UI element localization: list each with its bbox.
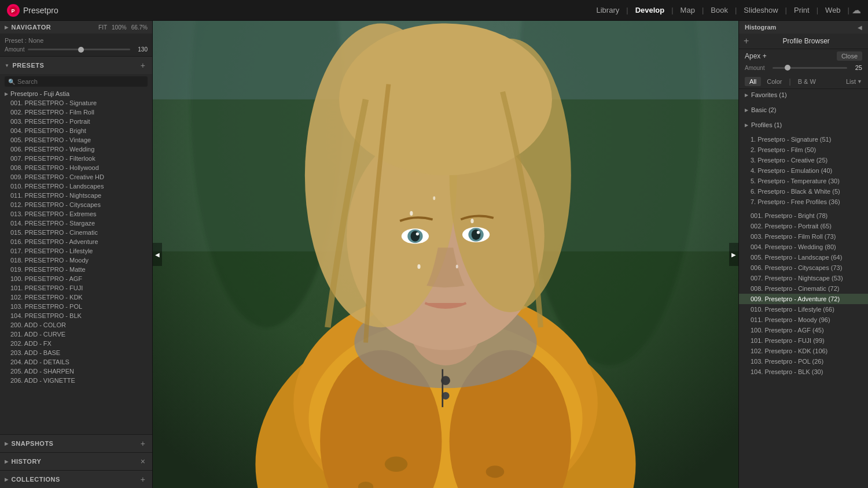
collections-header[interactable]: ▶ Collections + [0,471,152,488]
list-view-button[interactable]: List [846,78,856,85]
prev-image-button[interactable]: ◀ [153,243,162,266]
list-item[interactable]: 6. Presetpro - Black & White (5) [739,186,868,197]
snapshots-add-button[interactable]: + [138,438,148,449]
list-item[interactable]: 007. Presetpro - Nightscape (53) [739,273,868,283]
list-item[interactable]: 016. PRESETPRO - Adventure [0,237,152,246]
add-profile-row: + Profile Browser [739,34,868,49]
list-item[interactable]: 006. PRESETPRO - Wedding [0,145,152,154]
nav-print[interactable]: Print [789,3,814,17]
list-item[interactable]: 001. Presetpro - Bright (78) [739,210,868,221]
list-item[interactable]: 100. Presetpro - AGF (45) [739,325,868,335]
list-item[interactable]: 002. Presetpro - Portrait (65) [739,221,868,231]
profile-group-profiles[interactable]: ▶ Profiles (1) [739,119,868,131]
list-item[interactable]: 010. PRESETPRO - Landscapes [0,182,152,191]
list-item[interactable]: 003. Presetpro - Film Roll (73) [739,231,868,242]
nav-develop[interactable]: Develop [631,3,670,17]
list-item[interactable]: 103. Presetpro - POL (26) [739,356,868,367]
list-item[interactable]: 102. PRESETPRO - KDK [0,293,152,302]
navigator-section: ▶ Navigator FIT 100% 66.7% Preset : None… [0,21,152,57]
nav-map[interactable]: Map [676,3,700,17]
tab-all[interactable]: All [745,77,761,86]
history-close-button[interactable]: × [138,456,148,467]
list-item[interactable]: 103. PRESETPRO - POL [0,302,152,311]
app-logo: P Presetpro [7,4,58,17]
navigator-header[interactable]: ▶ Navigator FIT 100% 66.7% [0,21,152,34]
list-item[interactable]: 010. Presetpro - Lifestyle (66) [739,304,868,315]
nav-slideshow[interactable]: Slideshow [739,3,782,17]
list-item[interactable]: 7. Presetpro - Free Profiles (36) [739,197,868,207]
list-item[interactable]: 205. ADD - SHARPEN [0,367,152,376]
list-item[interactable]: 1. Presetpro - Signature (51) [739,134,868,145]
logo-text: Presetpro [23,6,58,15]
list-item[interactable]: 2. Presetpro - Film (50) [739,145,868,155]
collections-add-button[interactable]: + [138,474,148,485]
list-item[interactable]: 206. ADD - VIGNETTE [0,376,152,385]
list-item[interactable]: 005. PRESETPRO - Vintage [0,135,152,145]
next-image-button[interactable]: ▶ [729,243,738,266]
add-profile-button[interactable]: + [744,36,749,46]
list-item[interactable]: 009. PRESETPRO - Creative HD [0,172,152,182]
list-item[interactable]: 011. PRESETPRO - Nightscape [0,191,152,200]
profile-group-basic[interactable]: ▶ Basic (2) [739,104,868,116]
tab-bw[interactable]: B & W [793,77,821,86]
snapshots-header[interactable]: ▶ Snapshots + [0,435,152,452]
presets-add-button[interactable]: + [138,60,148,71]
list-item[interactable]: 014. PRESETPRO - Stargaze [0,219,152,228]
list-item[interactable]: 007. PRESETPRO - Filterlook [0,154,152,163]
zoom2-label[interactable]: 66.7% [131,24,148,31]
list-item[interactable]: 018. PRESETPRO - Moody [0,256,152,265]
list-item[interactable]: 102. Presetpro - KDK (106) [739,346,868,356]
list-item[interactable]: 002. PRESETPRO - Film Roll [0,108,152,117]
list-item[interactable]: 012. PRESETPRO - Cityscapes [0,200,152,209]
histogram-collapse-icon[interactable]: ◀ [858,24,862,31]
nav-book[interactable]: Book [706,3,733,17]
list-item[interactable]: 005. Presetpro - Landscape (64) [739,252,868,263]
zoom1-label[interactable]: 100% [112,24,127,31]
amount-slider[interactable] [773,67,847,69]
list-item[interactable]: 013. PRESETPRO - Extremes [0,209,152,219]
cloud-icon[interactable]: ☁ [852,5,861,16]
list-item[interactable]: 204. ADD - DETAILS [0,357,152,367]
list-item[interactable]: 004. PRESETPRO - Bright [0,126,152,135]
list-item[interactable]: 003. PRESETPRO - Portrait [0,117,152,126]
tab-color[interactable]: Color [762,77,786,86]
history-header[interactable]: ▶ History × [0,453,152,470]
list-item[interactable]: 019. PRESETPRO - Matte [0,265,152,274]
list-item[interactable]: 203. ADD - BASE [0,348,152,357]
list-item[interactable]: 200. ADD - COLOR [0,320,152,330]
amount-slider[interactable] [28,49,130,50]
histogram-header[interactable]: Histogram ◀ [739,21,868,34]
navigator-title: Navigator [12,24,52,31]
list-item[interactable]: 001. PRESETPRO - Signature [0,98,152,108]
list-item[interactable]: 101. PRESETPRO - FUJI [0,283,152,293]
list-item[interactable]: 104. PRESETPRO - BLK [0,311,152,320]
list-item[interactable]: 006. Presetpro - Cityscapes (73) [739,263,868,273]
list-item[interactable]: 008. PRESETPRO - Hollywood [0,163,152,172]
search-input[interactable] [17,78,144,85]
list-item[interactable]: 009. Presetpro - Adventure (72) [739,294,868,304]
amount-label: Amount [5,46,24,53]
profile-group-favorites[interactable]: ▶ Favorites (1) [739,89,868,101]
list-item[interactable]: 017. PRESETPRO - Lifestyle [0,246,152,256]
list-item[interactable]: 3. Presetpro - Creative (25) [739,155,868,165]
list-item[interactable]: 4. Presetpro - Emulation (40) [739,165,868,176]
close-button[interactable]: Close [837,51,862,61]
list-item[interactable]: 201. ADD - CURVE [0,330,152,339]
list-item[interactable]: 004. Presetpro - Wedding (80) [739,242,868,252]
presets-header[interactable]: ▼ Presets + [0,57,152,74]
list-item[interactable]: 011. Presetpro - Moody (96) [739,315,868,325]
top-navigation: P Presetpro Library | Develop | Map | Bo… [0,0,868,21]
list-item[interactable]: 101. Presetpro - FUJI (99) [739,335,868,346]
nav-library[interactable]: Library [592,3,624,17]
fit-label[interactable]: FIT [98,24,107,31]
list-item[interactable]: 104. Presetpro - BLK (30) [739,367,868,377]
favorites-label: Favorites (1) [751,91,787,98]
list-item[interactable]: 202. ADD - FX [0,339,152,348]
list-item[interactable]: 100. PRESETPRO - AGF [0,274,152,283]
preset-group-header[interactable]: ▶ Presetpro - Fuji Astia [0,89,152,98]
main-layout: ▶ Navigator FIT 100% 66.7% Preset : None… [0,21,868,488]
list-item[interactable]: 015. PRESETPRO - Cinematic [0,228,152,237]
list-item[interactable]: 008. Presetpro - Cinematic (72) [739,283,868,294]
nav-web[interactable]: Web [821,3,845,17]
list-item[interactable]: 5. Presetpro - Temperature (30) [739,176,868,186]
